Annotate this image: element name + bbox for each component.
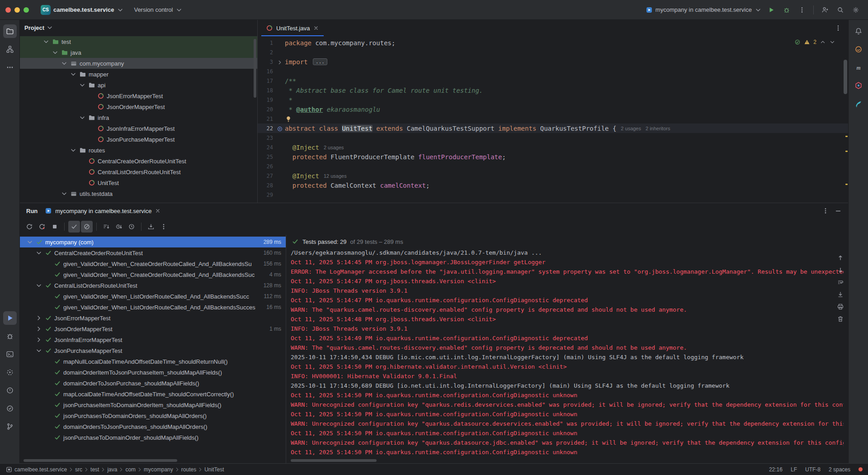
project-tree-row[interactable]: com.mycompany — [20, 58, 257, 69]
more-options-icon[interactable] — [822, 207, 829, 214]
code-line[interactable]: 19 * — [258, 95, 848, 104]
test-tree-row[interactable]: JsonErrorMapperTest — [20, 313, 286, 323]
settings-button[interactable] — [850, 4, 862, 16]
import-button[interactable] — [145, 221, 157, 233]
code-line[interactable]: 3import ... — [258, 57, 848, 66]
chevron-down-icon[interactable] — [79, 114, 86, 121]
breadcrumb-item[interactable]: test — [90, 466, 99, 473]
history-button[interactable] — [126, 221, 137, 233]
project-tree-row[interactable]: UnitTest — [20, 177, 257, 188]
console-output[interactable]: /Users/egekaraosmanoglu/.sdkman/candidat… — [286, 248, 848, 463]
code-line[interactable]: 17/** — [258, 76, 848, 86]
more-v-button[interactable] — [158, 221, 170, 233]
chevron-down-icon[interactable] — [26, 238, 33, 246]
test-tree-row[interactable]: JsonInfraErrorMapperTest — [20, 334, 286, 345]
status-item[interactable]: 2 spaces — [829, 466, 850, 473]
show-ignored-button[interactable] — [81, 221, 93, 233]
project-tree-row[interactable]: test — [20, 36, 257, 47]
tool-button-run[interactable] — [3, 311, 17, 325]
code-line[interactable]: 16 — [258, 66, 848, 76]
tool-button-maven[interactable]: m — [852, 61, 865, 74]
arrow-up-button[interactable] — [836, 254, 844, 262]
rerun-failed-button[interactable] — [36, 221, 48, 233]
tool-button-quarkus[interactable] — [852, 79, 865, 92]
test-tree-row[interactable]: domainOrderItemToJsonPurchaseItem_should… — [20, 367, 286, 378]
code-line[interactable]: 18 * Abstract base class for Camel route… — [258, 86, 848, 95]
test-tree-row[interactable]: domainOrdersToJsonPurchases_shouldMapAll… — [20, 421, 286, 432]
run-test-gutter-icon[interactable] — [275, 124, 285, 132]
chevron-down-icon[interactable] — [61, 190, 68, 197]
breadcrumb-item[interactable]: UnitTest — [204, 466, 224, 473]
warning-stripe-mark[interactable] — [845, 151, 848, 152]
notification-dot[interactable] — [859, 467, 863, 471]
test-tree-row[interactable]: JsonPurchaseMapperTest — [20, 345, 286, 356]
run-button[interactable] — [765, 4, 777, 16]
trash-button[interactable] — [836, 315, 844, 323]
code-line[interactable]: 24 @Inject2 usages — [258, 142, 848, 152]
chevron-right-icon[interactable] — [35, 336, 42, 343]
breadcrumb-item[interactable]: camelbee.test.service — [14, 466, 67, 473]
run-tool-window-title[interactable]: Run — [26, 208, 38, 214]
code-line[interactable]: 1package com.mycompany.routes; — [258, 38, 848, 48]
editor-tab-unittest[interactable]: UnitTest.java — [261, 20, 324, 36]
editor-content[interactable]: 1package com.mycompany.routes;23import .… — [258, 36, 848, 203]
zoom-window-button[interactable] — [24, 7, 29, 13]
rerun-button[interactable] — [24, 221, 35, 233]
test-tree-row[interactable]: JsonOrderMapperTest1 ms — [20, 323, 286, 334]
printer-button[interactable] — [836, 303, 844, 311]
project-tree-row[interactable]: java — [20, 47, 257, 58]
test-tree-row[interactable]: given_ValidOrder_When_CreateOrderRouteCa… — [20, 269, 286, 280]
project-tree-row[interactable]: api — [20, 80, 257, 90]
test-tree-row[interactable]: domainOrderToJsonPurchase_shouldMapAllFi… — [20, 378, 286, 389]
project-tree-row[interactable]: infra — [20, 112, 257, 123]
show-passed-button[interactable] — [68, 221, 80, 233]
chevron-down-icon[interactable] — [35, 347, 42, 354]
tool-button-project[interactable] — [3, 24, 17, 38]
project-selector[interactable]: CS camelbee.test.service — [41, 5, 124, 15]
status-item[interactable]: LF — [791, 466, 797, 473]
chevron-down-icon[interactable] — [35, 282, 42, 289]
test-tree-row[interactable]: mapLocalDateTimeAndOffsetDateTime_should… — [20, 389, 286, 399]
test-tree-scrollbar[interactable] — [24, 459, 177, 462]
test-tree-row[interactable]: mapNullLocalDateTimeAndOffsetDateTime_sh… — [20, 356, 286, 367]
scroll-end-button[interactable] — [836, 290, 844, 299]
project-panel-header[interactable]: Project — [20, 20, 257, 35]
hide-panel-icon[interactable] — [835, 207, 842, 214]
sort-alpha-button[interactable] — [100, 221, 112, 233]
arrow-down-button[interactable] — [836, 266, 844, 274]
tool-button-more-h[interactable] — [3, 61, 17, 74]
inspections-widget[interactable]: 2 — [794, 39, 835, 45]
warning-stripe-mark[interactable] — [845, 184, 848, 185]
project-tree-row[interactable]: mapper — [20, 69, 257, 80]
run-configuration-selector[interactable]: mycompany in camelbee.test.service — [646, 6, 762, 14]
project-tree-row[interactable]: JsonInfraErrorMapperTest — [20, 123, 257, 134]
close-icon[interactable] — [155, 208, 161, 214]
test-tree-row[interactable]: jsonPurchasesToDomainOrders_shouldMapAll… — [20, 410, 286, 421]
test-tree-row[interactable]: CentralCreateOrderRouteUnitTest160 ms — [20, 247, 286, 258]
fold-icon[interactable] — [275, 58, 285, 66]
tool-button-gradle[interactable] — [852, 43, 865, 56]
prev-problem-icon[interactable] — [820, 39, 826, 45]
project-tree-row[interactable]: routes — [20, 145, 257, 156]
breadcrumb-item[interactable]: routes — [181, 466, 196, 473]
breadcrumb-item[interactable]: src — [75, 466, 82, 473]
breadcrumb-item[interactable]: java — [107, 466, 117, 473]
code-line[interactable]: 2 — [258, 48, 848, 57]
chevron-down-icon[interactable] — [52, 49, 59, 56]
warning-stripe-mark[interactable] — [845, 136, 848, 137]
test-tree-row[interactable]: jsonPurchaseToDomainOrder_shouldMapAllFi… — [20, 432, 286, 443]
tool-button-problems[interactable] — [3, 384, 17, 397]
intention-bulb-icon[interactable] — [285, 115, 292, 123]
code-line[interactable]: 20 * @author ekaraosmanoglu — [258, 104, 848, 114]
chevron-down-icon[interactable] — [70, 147, 77, 154]
project-tree-row[interactable]: CentralListOrdersRouteUnitTest — [20, 166, 257, 177]
close-window-button[interactable] — [5, 7, 11, 13]
vcs-widget[interactable]: Version control — [134, 6, 183, 14]
tab-options-icon[interactable] — [835, 24, 842, 32]
editor-scrollbar[interactable] — [844, 60, 847, 94]
chevron-down-icon[interactable] — [70, 71, 77, 78]
chevron-down-icon[interactable] — [42, 38, 50, 45]
code-line[interactable]: 25 protected FluentProducerTemplate flue… — [258, 152, 848, 162]
sort-duration-button[interactable] — [113, 221, 125, 233]
test-tree-row[interactable]: mycompany (com)289 ms — [20, 237, 286, 247]
